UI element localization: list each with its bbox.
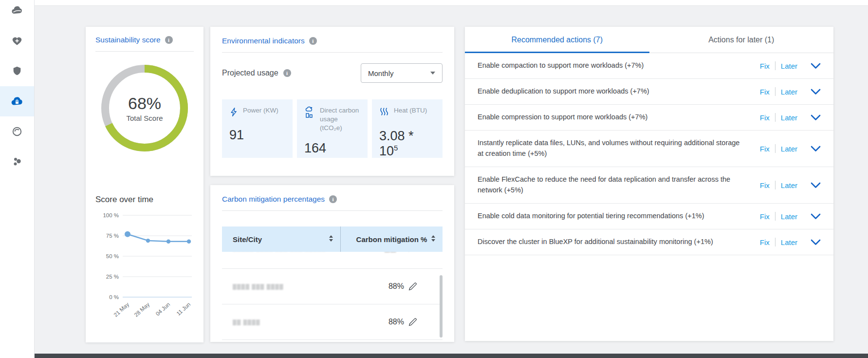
sidebar-item-cloud[interactable] <box>0 0 34 26</box>
sidebar-item-cluster[interactable] <box>0 147 34 177</box>
chevron-down-icon[interactable] <box>811 239 821 245</box>
action-row: Discover the cluster in BlueXP for addit… <box>465 229 833 255</box>
column-header-site-city[interactable]: Site/City <box>222 226 341 252</box>
heat-label: Heat (BTU) <box>394 106 427 115</box>
chevron-down-icon[interactable] <box>811 182 821 188</box>
action-row: Enable cold data monitoring for potentia… <box>465 204 833 229</box>
svg-text:11 Jun: 11 Jun <box>175 301 191 317</box>
chevron-down-icon[interactable] <box>811 213 821 220</box>
later-link[interactable]: Later <box>781 113 797 122</box>
action-row: Enable compaction to support more worklo… <box>465 53 833 79</box>
total-score-value: 68% <box>128 94 161 113</box>
action-row: Enable FlexCache to reduce the need for … <box>465 167 833 204</box>
projected-usage-label: Projected usage <box>222 69 278 77</box>
later-link[interactable]: Later <box>781 238 797 246</box>
divider <box>222 210 443 211</box>
divider <box>775 113 776 122</box>
info-icon[interactable] <box>165 36 173 44</box>
fix-link[interactable]: Fix <box>760 88 770 96</box>
tab-actions-for-later[interactable]: Actions for later (1) <box>649 27 834 53</box>
divider <box>775 212 776 221</box>
later-link[interactable]: Later <box>781 181 797 189</box>
total-score-label: Total Score <box>126 114 163 122</box>
divider <box>775 181 776 189</box>
svg-text:04 Jun: 04 Jun <box>155 301 171 317</box>
fix-link[interactable]: Fix <box>760 212 770 221</box>
action-text: Discover the cluster in BlueXP for addit… <box>478 237 713 247</box>
score-over-time-title: Score over time <box>95 195 194 205</box>
info-icon[interactable] <box>283 69 291 77</box>
chevron-down-icon[interactable] <box>811 89 821 95</box>
later-link[interactable]: Later <box>781 145 797 153</box>
sidebar-item-security[interactable] <box>0 56 34 86</box>
action-text: Enable FlexCache to reduce the need for … <box>478 174 743 196</box>
action-text: Enable deduplication to support more wor… <box>478 86 649 97</box>
sidebar-item-sync[interactable] <box>0 116 34 147</box>
fix-link[interactable]: Fix <box>760 145 770 153</box>
top-bar <box>34 0 868 6</box>
carbon-mitigation-table: Site/City Carbon mitigation % ▒▒▒▒▒ ▒▒▒▒… <box>222 226 443 340</box>
heat-tile: Heat (BTU) 3.08 * 105 <box>372 99 443 158</box>
divider <box>775 238 776 246</box>
svg-text:50 %: 50 % <box>106 253 119 259</box>
health-heart-icon <box>11 35 23 47</box>
edit-pencil-icon[interactable] <box>407 281 418 292</box>
sidebar-item-sustainability[interactable] <box>0 86 34 116</box>
sort-icon[interactable] <box>329 235 333 244</box>
chevron-down-icon[interactable] <box>811 146 821 152</box>
direct-carbon-value: 164 <box>304 141 326 155</box>
chevron-down-icon[interactable] <box>811 114 821 121</box>
chevron-down-icon <box>430 72 435 75</box>
table-row: ▒▒▒▒▒ ▒▒▒▒ ▒▒▒ ▒▒▒ ▒▒▒▒▒ ▒▒% <box>222 252 443 269</box>
cloud-icon <box>11 4 23 17</box>
sort-icon[interactable] <box>431 235 436 244</box>
action-text: Enable compaction to support more worklo… <box>478 60 644 71</box>
svg-text:25 %: 25 % <box>106 274 119 280</box>
heat-value-exponent: 5 <box>394 144 398 152</box>
tab-recommended-actions[interactable]: Recommended actions (7) <box>465 27 649 53</box>
fix-link[interactable]: Fix <box>760 62 770 70</box>
edit-pencil-icon[interactable] <box>407 317 418 327</box>
svg-text:28 May: 28 May <box>133 301 150 318</box>
later-link[interactable]: Later <box>781 62 797 70</box>
divider <box>222 52 443 53</box>
fix-link[interactable]: Fix <box>760 181 770 189</box>
column-header-carbon-mitigation[interactable]: Carbon mitigation % <box>341 226 443 252</box>
bottom-window-edge <box>34 354 868 358</box>
sidebar-item-health[interactable] <box>0 26 34 56</box>
edit-pencil-icon[interactable] <box>407 252 418 253</box>
action-row: Enable compression to support more workl… <box>465 105 833 131</box>
power-icon <box>229 106 239 120</box>
power-value: 91 <box>229 128 244 142</box>
sustainability-card-title: Sustainability score <box>95 36 161 44</box>
environmental-card-title: Environmental indicators <box>222 37 305 45</box>
period-dropdown[interactable]: Monthly <box>361 63 443 83</box>
mitigation-value: 88% <box>388 318 404 326</box>
chevron-down-icon[interactable] <box>811 63 821 69</box>
divider <box>775 87 776 96</box>
info-icon[interactable] <box>309 37 317 45</box>
fix-link[interactable]: Fix <box>760 113 770 122</box>
power-tile: Power (KW) 91 <box>222 99 293 158</box>
left-nav-sidebar <box>0 0 35 358</box>
action-text: Enable cold data monitoring for potentia… <box>478 211 704 222</box>
period-dropdown-value: Monthly <box>368 69 394 77</box>
mitigation-value: ▒▒% <box>385 252 404 252</box>
fix-link[interactable]: Fix <box>760 238 770 246</box>
table-scrollbar[interactable] <box>440 275 443 338</box>
info-icon[interactable] <box>329 195 337 203</box>
later-link[interactable]: Later <box>781 88 797 96</box>
carbon-card-title: Carbon mitigation percentages <box>222 195 325 204</box>
total-score-donut-chart: 68% Total Score <box>101 64 188 152</box>
action-row: Enable deduplication to support more wor… <box>465 79 833 105</box>
divider <box>95 51 194 52</box>
site-name-redacted: ▒▒▒▒ ▒▒▒ ▒▒▒▒ <box>222 283 341 289</box>
action-text: Enable compression to support more workl… <box>478 112 647 123</box>
heat-icon <box>379 106 390 121</box>
divider <box>775 144 776 153</box>
carbon-mitigation-card: Carbon mitigation percentages Site/City … <box>210 185 454 342</box>
svg-text:21 May: 21 May <box>112 301 130 318</box>
recommended-actions-card: Recommended actions (7) Actions for late… <box>465 27 833 341</box>
direct-carbon-label: Direct carbon usage (tCO₂e) <box>320 106 360 133</box>
later-link[interactable]: Later <box>781 212 797 221</box>
